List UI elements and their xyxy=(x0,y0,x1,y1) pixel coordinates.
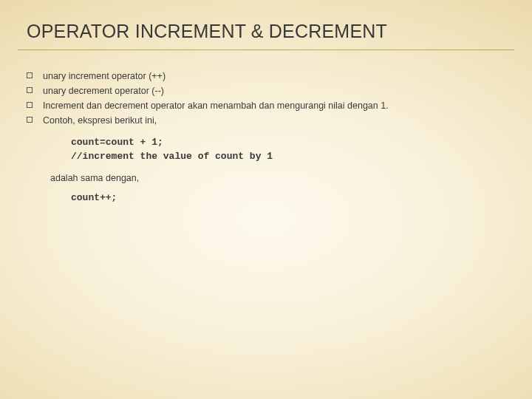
bullet-text: unary increment operator (++) xyxy=(43,69,166,83)
inter-text: adalah sama dengan, xyxy=(50,173,505,183)
slide-title: OPERATOR INCREMENT & DECREMENT xyxy=(27,21,505,42)
square-bullet-icon xyxy=(27,102,33,108)
code-block-2: count++; xyxy=(71,191,505,205)
bullet-text: Contoh, ekspresi berikut ini, xyxy=(43,114,157,127)
code-block-1: count=count + 1; //increment the value o… xyxy=(71,135,505,164)
square-bullet-icon xyxy=(27,87,33,93)
list-item: unary decrement operator (--) xyxy=(27,84,505,98)
bullet-list: unary increment operator (++) unary decr… xyxy=(27,69,505,128)
content-area: unary increment operator (++) unary decr… xyxy=(0,50,532,205)
list-item: Increment dan decrement operator akan me… xyxy=(27,99,505,112)
slide: OPERATOR INCREMENT & DECREMENT unary inc… xyxy=(0,0,532,399)
list-item: Contoh, ekspresi berikut ini, xyxy=(27,114,505,127)
square-bullet-icon xyxy=(27,117,33,123)
title-block: OPERATOR INCREMENT & DECREMENT xyxy=(0,0,532,47)
bullet-text: Increment dan decrement operator akan me… xyxy=(43,99,389,112)
bullet-text: unary decrement operator (--) xyxy=(43,84,164,98)
square-bullet-icon xyxy=(27,72,33,78)
list-item: unary increment operator (++) xyxy=(27,69,505,83)
